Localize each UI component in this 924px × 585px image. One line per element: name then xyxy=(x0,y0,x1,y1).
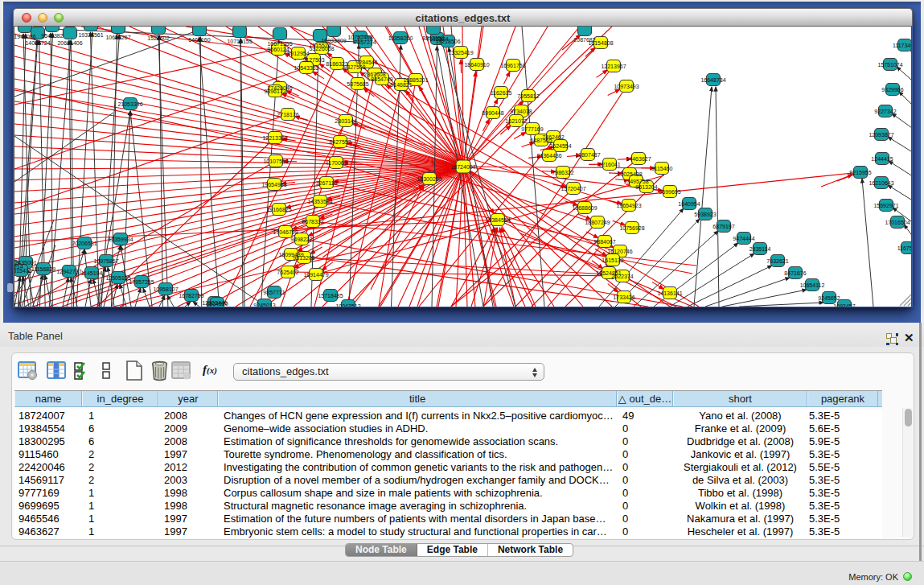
svg-text:9284546: 9284546 xyxy=(355,60,377,65)
svg-text:17957255: 17957255 xyxy=(129,279,154,285)
svg-text:9498222: 9498222 xyxy=(290,237,312,242)
svg-text:15720407: 15720407 xyxy=(561,186,585,192)
svg-text:21053346: 21053346 xyxy=(117,101,142,107)
svg-text:18300295: 18300295 xyxy=(417,176,441,182)
svg-text:2522374: 2522374 xyxy=(611,274,633,279)
svg-text:1527602: 1527602 xyxy=(147,35,169,41)
svg-text:18724007: 18724007 xyxy=(450,164,475,170)
svg-text:3624554: 3624554 xyxy=(549,143,571,149)
svg-text:16033809: 16033809 xyxy=(321,38,346,43)
svg-text:9396172: 9396172 xyxy=(264,89,285,94)
svg-text:2435001: 2435001 xyxy=(14,260,36,266)
svg-text:12213967: 12213967 xyxy=(601,64,626,69)
svg-text:12942737: 12942737 xyxy=(56,269,81,274)
svg-text:2935114: 2935114 xyxy=(749,246,771,252)
svg-text:16154808: 16154808 xyxy=(588,40,613,46)
svg-text:5875685: 5875685 xyxy=(347,81,368,87)
svg-text:9115460: 9115460 xyxy=(651,166,673,171)
svg-text:17046798: 17046798 xyxy=(273,229,298,235)
svg-text:7986322: 7986322 xyxy=(552,170,573,175)
svg-text:14055724: 14055724 xyxy=(25,40,50,46)
svg-text:14463627: 14463627 xyxy=(626,156,651,162)
svg-text:9857771: 9857771 xyxy=(263,290,285,295)
svg-text:10107553: 10107553 xyxy=(263,159,288,164)
svg-text:16120746: 16120746 xyxy=(607,249,632,254)
svg-text:6216041: 6216041 xyxy=(598,162,620,167)
svg-text:9777169: 9777169 xyxy=(521,126,543,132)
svg-text:2718176: 2718176 xyxy=(277,112,298,117)
svg-text:8454749: 8454749 xyxy=(371,76,392,82)
svg-text:14353594: 14353594 xyxy=(307,199,332,204)
svg-text:19218506: 19218506 xyxy=(435,39,460,44)
svg-text:10719155: 10719155 xyxy=(227,39,252,44)
svg-text:15751074: 15751074 xyxy=(877,62,902,68)
svg-text:6466160: 6466160 xyxy=(188,37,210,43)
svg-text:9327508: 9327508 xyxy=(343,64,365,70)
svg-text:9245013: 9245013 xyxy=(253,303,275,307)
svg-text:17016504: 17016504 xyxy=(885,220,910,225)
svg-text:8471676: 8471676 xyxy=(784,270,806,276)
svg-text:21364436: 21364436 xyxy=(536,153,561,159)
svg-text:9884067: 9884067 xyxy=(593,239,615,245)
svg-text:20206531: 20206531 xyxy=(72,241,97,246)
svg-text:9127503: 9127503 xyxy=(302,57,324,63)
svg-text:3267110: 3267110 xyxy=(316,180,338,186)
svg-text:7462462: 7462462 xyxy=(542,134,564,140)
svg-text:11156829: 11156829 xyxy=(31,266,55,272)
svg-text:9329966: 9329966 xyxy=(881,87,903,93)
svg-text:12213369: 12213369 xyxy=(262,135,287,141)
svg-text:8427552: 8427552 xyxy=(329,139,351,145)
svg-text:9245652: 9245652 xyxy=(818,295,840,301)
svg-text:10654112: 10654112 xyxy=(800,282,825,288)
svg-text:10653267: 10653267 xyxy=(105,35,130,40)
svg-text:1941086: 1941086 xyxy=(14,34,36,39)
svg-text:19654923: 19654923 xyxy=(616,203,641,208)
svg-text:1145194: 1145194 xyxy=(81,270,103,276)
svg-text:12093877: 12093877 xyxy=(869,132,893,138)
svg-text:8215955: 8215955 xyxy=(849,170,871,175)
svg-text:7357274: 7357274 xyxy=(354,39,376,45)
svg-text:11173406: 11173406 xyxy=(893,43,912,48)
svg-text:10025438: 10025438 xyxy=(617,171,642,177)
svg-text:1162615: 1162615 xyxy=(491,90,512,96)
svg-text:2803144: 2803144 xyxy=(335,118,356,124)
svg-text:8990448: 8990448 xyxy=(482,110,503,116)
svg-text:7955812: 7955812 xyxy=(517,93,539,99)
svg-text:16648784: 16648784 xyxy=(700,77,725,83)
svg-text:19384554: 19384554 xyxy=(485,217,510,223)
svg-text:10975867: 10975867 xyxy=(93,258,118,264)
svg-text:19377561: 19377561 xyxy=(78,32,103,38)
svg-text:13495758: 13495758 xyxy=(623,179,648,184)
svg-text:16210643: 16210643 xyxy=(869,180,893,186)
svg-text:18807249: 18807249 xyxy=(585,220,610,225)
svg-text:7625402: 7625402 xyxy=(277,270,298,275)
svg-text:19166825: 19166825 xyxy=(266,207,291,212)
svg-text:9513204: 9513204 xyxy=(635,184,657,190)
svg-text:1093457: 1093457 xyxy=(833,303,855,307)
svg-text:9313205: 9313205 xyxy=(293,255,314,261)
svg-text:10043512: 10043512 xyxy=(335,303,360,307)
svg-text:12505135: 12505135 xyxy=(105,275,130,281)
svg-text:1640954: 1640954 xyxy=(678,201,700,207)
svg-text:5938923: 5938923 xyxy=(694,212,716,217)
svg-text:10958107: 10958107 xyxy=(153,286,178,292)
svg-text:20691406: 20691406 xyxy=(57,40,82,46)
svg-text:53226058: 53226058 xyxy=(309,46,334,51)
svg-text:16914479: 16914479 xyxy=(303,272,328,278)
svg-text:10756928: 10756928 xyxy=(619,225,644,231)
svg-text:15692971: 15692971 xyxy=(873,203,898,208)
svg-text:1621072: 1621072 xyxy=(505,118,527,124)
svg-text:15885201: 15885201 xyxy=(403,77,428,83)
svg-text:19654983: 19654983 xyxy=(261,182,286,187)
svg-text:8678332: 8678332 xyxy=(302,219,323,225)
svg-text:10543362: 10543362 xyxy=(294,65,318,71)
svg-text:10807487: 10807487 xyxy=(575,152,600,158)
svg-text:16782759: 16782759 xyxy=(179,293,203,299)
svg-text:1615132: 1615132 xyxy=(602,257,623,263)
svg-text:9699695: 9699695 xyxy=(659,189,680,195)
svg-text:1167534: 1167534 xyxy=(897,245,912,251)
svg-text:9315472: 9315472 xyxy=(14,268,32,274)
svg-text:14136141: 14136141 xyxy=(657,290,682,296)
svg-text:12359934: 12359934 xyxy=(108,237,133,242)
svg-text:9146821: 9146821 xyxy=(390,82,412,88)
